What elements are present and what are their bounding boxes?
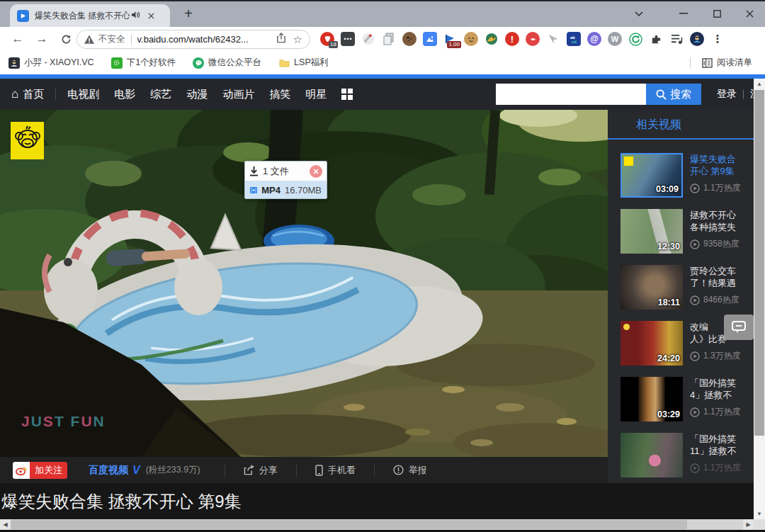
- video-title-line[interactable]: 爆笑失败合: [690, 153, 754, 165]
- close-window-button[interactable]: [734, 0, 765, 27]
- puzzle-extensions-icon[interactable]: [649, 32, 663, 46]
- site-navbar: ⌂ 首页 电视剧 电影 综艺 动漫 动画片 搞笑 明星 搜索 登录 注册: [0, 79, 765, 110]
- search-input[interactable]: [496, 84, 646, 105]
- nav-more-grid-icon[interactable]: [341, 89, 353, 100]
- red-dot-extension-icon[interactable]: [526, 32, 540, 46]
- download-close-icon[interactable]: [310, 165, 322, 178]
- bookmark-software[interactable]: 下1个好软件: [111, 57, 176, 69]
- scroll-left-arrow[interactable]: ◀: [0, 519, 11, 530]
- address-bar[interactable]: 不安全 v.baidu.com/watch/62432... ☆: [76, 30, 310, 49]
- video-thumbnail[interactable]: 03:09: [620, 153, 683, 198]
- nav-link-anime[interactable]: 动漫: [186, 88, 208, 101]
- comment-bubble-overlay[interactable]: [724, 315, 754, 340]
- copy-pages-extension-icon[interactable]: [382, 32, 396, 46]
- nav-link-cartoon[interactable]: 动画片: [222, 88, 254, 101]
- video-title-line[interactable]: 4」拯救不: [690, 389, 754, 401]
- channel-name[interactable]: 百度视频: [89, 464, 128, 477]
- tab-search-chevron-icon[interactable]: [623, 0, 654, 27]
- minimize-button[interactable]: [668, 0, 699, 27]
- video-title-line[interactable]: 开心 第9集: [690, 165, 754, 177]
- video-title-line[interactable]: 11」拯救不: [690, 445, 754, 457]
- nav-link-movie[interactable]: 电影: [114, 88, 135, 101]
- forward-button[interactable]: →: [33, 30, 51, 48]
- related-videos-header[interactable]: 相关视频: [636, 118, 681, 132]
- video-title-line[interactable]: 贾玲公交车: [690, 265, 754, 277]
- video-thumbnail[interactable]: 03:29: [620, 377, 683, 421]
- highlighter-extension-icon[interactable]: [361, 32, 375, 46]
- maximize-button[interactable]: [701, 0, 732, 27]
- video-flag-extension-icon[interactable]: 1.00: [443, 32, 458, 46]
- video-player[interactable]: 1 文件 MP4 16.70MB JUST FUN: [0, 110, 608, 457]
- tab-audio-icon[interactable]: [131, 9, 141, 22]
- fans-count: (粉丝233.9万): [146, 464, 200, 476]
- cursor-extension-icon[interactable]: [546, 32, 560, 46]
- report-button[interactable]: 举报: [374, 464, 446, 477]
- video-title-line[interactable]: 各种搞笑失: [690, 221, 754, 233]
- w-extension-icon[interactable]: W: [608, 32, 622, 46]
- video-title-line[interactable]: 「国外搞笑: [690, 433, 754, 445]
- video-title-line[interactable]: 「国外搞笑: [690, 377, 754, 389]
- related-video-item[interactable]: 「国外搞笑 11」拯救不 1.1万热度: [608, 433, 754, 477]
- bookmark-xiaoyi[interactable]: 小羿 - XIAOYI.VC: [8, 57, 94, 69]
- video-title-line[interactable]: 拯救不开心: [690, 209, 754, 221]
- vertical-scrollbar[interactable]: ▲ ▼: [754, 79, 765, 519]
- follow-button[interactable]: 加关注: [30, 462, 67, 479]
- scroll-down-arrow[interactable]: ▼: [754, 509, 765, 519]
- vertical-scrollbar-thumb[interactable]: [754, 90, 764, 436]
- reload-button[interactable]: [57, 30, 75, 48]
- video-thumbnail[interactable]: 24:20: [620, 321, 683, 366]
- bookmark-wechat[interactable]: 微信公众平台: [193, 57, 261, 69]
- tab-close-icon[interactable]: [145, 10, 157, 22]
- bookmark-lsp-folder[interactable]: LSP福利: [278, 57, 329, 69]
- new-tab-button[interactable]: +: [178, 4, 198, 23]
- reading-list-button[interactable]: 阅读清单: [690, 51, 752, 74]
- scroll-right-arrow[interactable]: ▶: [743, 519, 754, 530]
- related-video-item[interactable]: 12:30 拯救不开心 各种搞笑失 9358热度: [608, 209, 754, 254]
- share-icon[interactable]: [276, 33, 286, 46]
- scroll-up-arrow[interactable]: ▲: [754, 79, 765, 89]
- nav-link-tv[interactable]: 电视剧: [67, 88, 99, 101]
- video-thumbnail[interactable]: 18:11: [620, 265, 683, 310]
- browser-tab[interactable]: 爆笑失败合集 拯救不开心 第: [10, 4, 170, 27]
- bookmark-star-icon[interactable]: ☆: [293, 33, 302, 46]
- download-file-row[interactable]: MP4 16.70MB: [245, 181, 327, 199]
- video-action-bar: 加关注 百度视频 V (粉丝233.9万) 分享 手机看 举报: [0, 457, 608, 483]
- play-count-icon: [690, 407, 700, 417]
- follow-widget[interactable]: 加关注: [13, 462, 67, 479]
- refresh-extension-icon[interactable]: [628, 32, 642, 46]
- playlist-extension-icon[interactable]: [669, 32, 684, 46]
- related-video-item[interactable]: 18:11 贾玲公交车 了！结果遇 8466热度: [608, 265, 754, 310]
- photos-extension-icon[interactable]: [423, 32, 437, 46]
- download-popup-header[interactable]: 1 文件: [245, 162, 327, 181]
- download-popup[interactable]: 1 文件 MP4 16.70MB: [244, 161, 327, 199]
- search-button[interactable]: 搜索: [646, 84, 701, 105]
- video-thumbnail[interactable]: [620, 433, 683, 477]
- nav-link-star[interactable]: 明星: [305, 88, 327, 101]
- translate-extension-icon[interactable]: abcd: [567, 32, 581, 46]
- horizontal-scrollbar[interactable]: ◀ ▶: [0, 519, 754, 530]
- nav-link-funny[interactable]: 搞笑: [269, 88, 290, 101]
- more-tools-extension-icon[interactable]: ⋯: [341, 32, 355, 46]
- cookie-extension-icon[interactable]: [402, 32, 416, 46]
- login-link[interactable]: 登录: [717, 88, 737, 101]
- horizontal-scrollbar-thumb[interactable]: [11, 520, 687, 529]
- tampermonkey-extension-icon[interactable]: [464, 32, 478, 46]
- alert-extension-icon[interactable]: !: [505, 32, 519, 46]
- nav-link-variety[interactable]: 综艺: [150, 88, 171, 101]
- video-title-line[interactable]: 了！结果遇: [690, 277, 754, 289]
- adguard-extension-icon[interactable]: 18: [320, 32, 334, 46]
- video-page-title: 爆笑失败合集 拯救不开心 第9集: [1, 483, 242, 519]
- watermark: JUST FUN: [21, 413, 106, 430]
- related-video-item[interactable]: 03:09 爆笑失败合 开心 第9集 1.1万热度: [608, 153, 754, 198]
- back-button[interactable]: ←: [8, 30, 27, 48]
- video-thumbnail[interactable]: 12:30: [620, 209, 683, 254]
- at-sign-extension-icon[interactable]: @: [587, 32, 601, 46]
- profile-avatar[interactable]: [690, 32, 704, 46]
- share-button[interactable]: 分享: [225, 464, 296, 477]
- mobile-watch-button[interactable]: 手机看: [296, 464, 374, 477]
- nav-home-link[interactable]: ⌂ 首页: [11, 87, 44, 101]
- kebab-menu-icon[interactable]: ⋮: [710, 32, 725, 46]
- bird-extension-icon[interactable]: [484, 32, 499, 46]
- related-video-item[interactable]: 03:29 「国外搞笑 4」拯救不 1.1万热度: [608, 377, 754, 421]
- bookmarks-bar: 小羿 - XIAOYI.VC 下1个好软件 微信公众平台 LSP福利 阅读清单: [0, 51, 765, 74]
